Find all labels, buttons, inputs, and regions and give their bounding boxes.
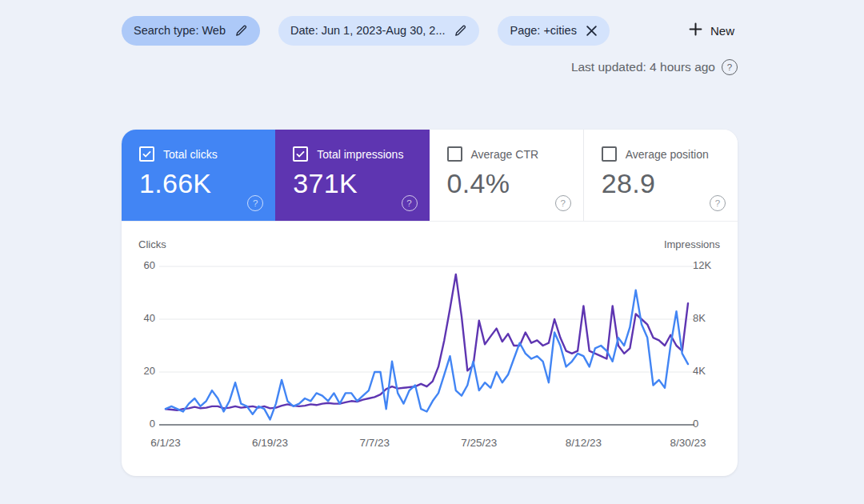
metric-card-average-position[interactable]: Average position 28.9 ? — [583, 130, 738, 221]
metric-card-average-ctr[interactable]: Average CTR 0.4% ? — [430, 130, 583, 221]
last-updated-row: Last updated: 4 hours ago ? — [122, 59, 738, 75]
filter-chip-date[interactable]: Date: Jun 1, 2023-Aug 30, 2... — [278, 16, 479, 46]
card-label: Total clicks — [163, 148, 218, 161]
card-head: Total impressions — [293, 146, 429, 162]
checkbox-average-position[interactable] — [602, 146, 617, 162]
x-axis-tick: 7/7/23 — [349, 437, 400, 449]
x-axis-tick: 6/1/23 — [140, 437, 191, 449]
impressions-line — [166, 274, 688, 410]
card-value: 1.66K — [139, 170, 275, 197]
y-axis-tick-left: 40 — [122, 312, 155, 324]
checkbox-total-impressions[interactable] — [293, 146, 308, 162]
edit-icon — [234, 24, 248, 38]
help-icon[interactable]: ? — [722, 59, 738, 75]
y-axis-tick-right: 4K — [693, 365, 736, 377]
performance-chart: Clicks Impressions 604020012K8K4K06/1/23… — [122, 221, 738, 476]
new-filter-label: New — [710, 24, 734, 38]
chart-canvas[interactable] — [122, 221, 738, 476]
card-label: Total impressions — [317, 148, 403, 161]
x-axis-tick: 8/12/23 — [558, 437, 609, 449]
filter-chip-search-type-label: Search type: Web — [134, 24, 226, 37]
new-filter-button[interactable]: New — [686, 18, 738, 43]
filters-row: Search type: Web Date: Jun 1, 2023-Aug 3… — [122, 15, 738, 46]
filter-chip-page[interactable]: Page: +cities — [498, 16, 609, 46]
last-updated-text: Last updated: 4 hours ago — [571, 60, 715, 74]
card-value: 0.4% — [447, 170, 583, 197]
x-axis-tick: 7/25/23 — [454, 437, 505, 449]
y-axis-tick-left: 0 — [122, 418, 155, 430]
y-axis-tick-left: 20 — [122, 365, 155, 377]
help-icon[interactable]: ? — [402, 195, 418, 211]
help-icon[interactable]: ? — [247, 195, 263, 211]
card-label: Average position — [626, 148, 709, 161]
clicks-line — [166, 290, 688, 420]
x-axis-tick: 8/30/23 — [662, 437, 714, 449]
card-head: Total clicks — [139, 146, 275, 162]
metric-cards-row: Total clicks 1.66K ? Total impressions 3… — [122, 130, 738, 222]
plus-icon — [689, 22, 702, 38]
filter-chip-search-type[interactable]: Search type: Web — [122, 16, 260, 46]
help-icon[interactable]: ? — [710, 195, 726, 211]
card-head: Average position — [602, 146, 738, 162]
y-axis-tick-right: 8K — [693, 312, 736, 324]
close-icon[interactable] — [586, 25, 598, 37]
y-axis-tick-right: 0 — [693, 418, 736, 430]
filter-chip-page-label: Page: +cities — [510, 24, 576, 37]
card-value: 371K — [293, 170, 429, 197]
y-axis-tick-left: 60 — [122, 259, 155, 271]
checkbox-total-clicks[interactable] — [139, 146, 154, 162]
card-value: 28.9 — [602, 170, 738, 197]
edit-icon — [454, 24, 467, 38]
card-label: Average CTR — [471, 148, 539, 161]
help-icon[interactable]: ? — [555, 195, 571, 211]
metric-card-total-clicks[interactable]: Total clicks 1.66K ? — [122, 130, 275, 221]
filter-chip-date-label: Date: Jun 1, 2023-Aug 30, 2... — [290, 24, 445, 37]
x-axis-tick: 6/19/23 — [245, 437, 296, 449]
metric-card-total-impressions[interactable]: Total impressions 371K ? — [275, 130, 429, 221]
y-axis-tick-right: 12K — [693, 259, 736, 271]
performance-panel: Total clicks 1.66K ? Total impressions 3… — [122, 130, 738, 476]
card-head: Average CTR — [447, 146, 583, 162]
checkbox-average-ctr[interactable] — [447, 146, 462, 162]
